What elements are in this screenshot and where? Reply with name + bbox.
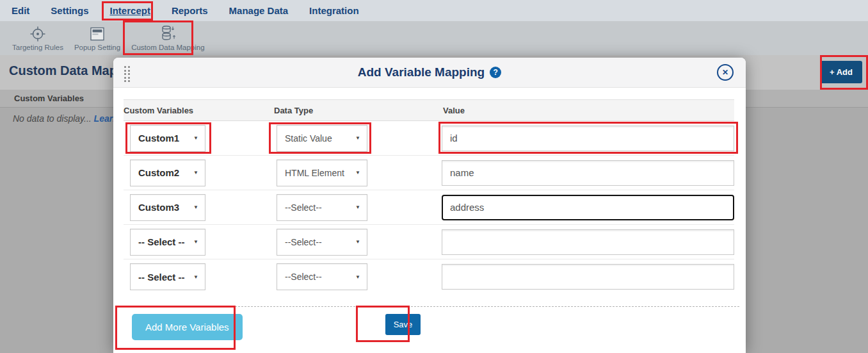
chevron-down-icon: ▼ <box>355 204 360 210</box>
data-type-select[interactable]: --Select-- ▼ <box>277 194 367 221</box>
dotted-divider <box>120 306 739 307</box>
value-input[interactable] <box>442 160 734 186</box>
mapping-row: -- Select -- ▼ --Select-- ▼ <box>124 259 734 294</box>
intercept-toolbar: Targeting Rules Popup Setting Custom Dat… <box>0 21 868 55</box>
custom-variable-select[interactable]: Custom2 ▼ <box>130 160 205 186</box>
value-input[interactable] <box>442 195 734 220</box>
dialog-header: Add Variable Mapping ? ✕ <box>113 58 746 88</box>
chevron-down-icon: ▼ <box>355 135 360 141</box>
dialog-actions: Add More Variables Save <box>124 314 734 340</box>
toolbar-item-targeting-rules[interactable]: Targeting Rules <box>9 24 67 51</box>
custom-variable-select[interactable]: -- Select -- ▼ <box>130 229 205 256</box>
top-navbar: Edit Settings Intercept Reports Manage D… <box>0 0 868 21</box>
nav-item-integration[interactable]: Integration <box>309 5 359 16</box>
value-input[interactable] <box>442 229 734 255</box>
toolbar-item-popup-setting[interactable]: Popup Setting <box>71 24 124 51</box>
dialog-body: Custom Variables Data Type Value Custom1… <box>113 88 746 340</box>
data-type-select[interactable]: --Select-- ▼ <box>277 263 367 290</box>
toolbar-item-custom-data-mapping[interactable]: Custom Data Mapping <box>128 24 207 51</box>
add-more-variables-button[interactable]: Add More Variables <box>132 314 243 340</box>
chevron-down-icon: ▼ <box>193 274 198 280</box>
drag-handle-icon[interactable] <box>124 66 130 82</box>
add-variable-mapping-dialog: Add Variable Mapping ? ✕ Custom Variable… <box>113 58 746 353</box>
column-header-custom-variables: Custom Variables <box>124 106 274 115</box>
chevron-down-icon: ▼ <box>193 204 198 210</box>
window-icon <box>88 24 106 43</box>
mapping-row: Custom2 ▼ HTML Element ▼ <box>124 156 734 190</box>
nav-item-edit[interactable]: Edit <box>12 5 29 16</box>
custom-variable-select[interactable]: -- Select -- ▼ <box>130 263 205 290</box>
data-type-select[interactable]: --Select-- ▼ <box>277 229 367 256</box>
toolbar-label: Popup Setting <box>74 44 120 51</box>
help-icon[interactable]: ? <box>490 67 501 78</box>
column-header-value: Value <box>443 106 734 115</box>
chevron-down-icon: ▼ <box>193 170 198 176</box>
add-button[interactable]: + Add <box>820 61 862 83</box>
chevron-down-icon: ▼ <box>355 274 360 280</box>
database-icon <box>158 24 177 43</box>
toolbar-label: Custom Data Mapping <box>131 44 204 51</box>
custom-variable-select[interactable]: Custom1 ▼ <box>130 125 205 152</box>
chevron-down-icon: ▼ <box>355 239 360 245</box>
target-icon <box>29 24 47 43</box>
mapping-row: -- Select -- ▼ --Select-- ▼ <box>124 225 734 259</box>
column-header-data-type: Data Type <box>274 106 439 115</box>
value-input[interactable] <box>442 126 734 151</box>
chevron-down-icon: ▼ <box>193 239 198 245</box>
toolbar-label: Targeting Rules <box>12 44 63 51</box>
chevron-down-icon: ▼ <box>193 135 198 141</box>
background-table-header-label: Custom Variables <box>14 94 84 103</box>
data-type-select[interactable]: Static Value ▼ <box>277 125 367 152</box>
nav-item-reports[interactable]: Reports <box>172 5 208 16</box>
nav-item-intercept[interactable]: Intercept <box>110 5 150 16</box>
nav-item-manage-data[interactable]: Manage Data <box>229 5 289 16</box>
mapping-row: Custom3 ▼ --Select-- ▼ <box>124 190 734 225</box>
mapping-row: Custom1 ▼ Static Value ▼ <box>124 121 734 156</box>
nav-item-settings[interactable]: Settings <box>51 5 88 16</box>
dialog-title: Add Variable Mapping ? <box>358 65 501 79</box>
close-icon[interactable]: ✕ <box>717 64 734 81</box>
data-type-select[interactable]: HTML Element ▼ <box>277 160 367 186</box>
chevron-down-icon: ▼ <box>355 170 360 176</box>
value-input[interactable] <box>442 264 734 290</box>
save-button[interactable]: Save <box>385 314 421 335</box>
mapping-table-header: Custom Variables Data Type Value <box>124 99 734 121</box>
custom-variable-select[interactable]: Custom3 ▼ <box>130 194 205 221</box>
